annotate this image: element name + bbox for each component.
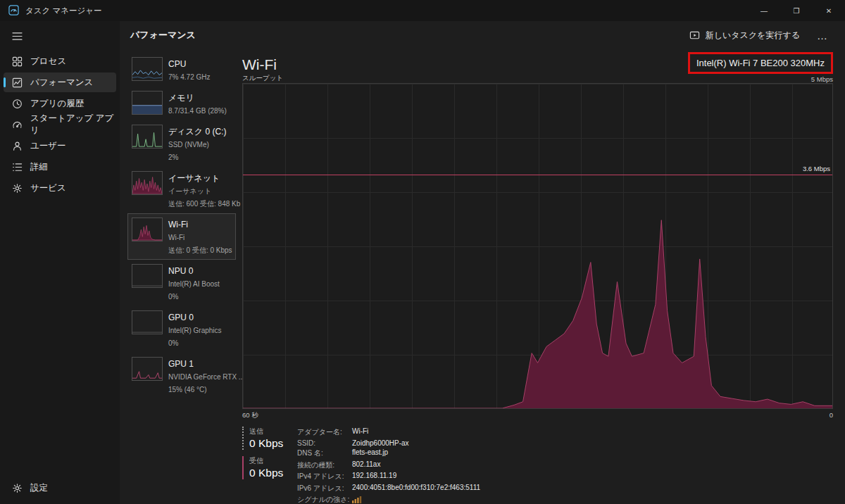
task-manager-window: タスク マネージャー — ❐ ✕ プロセス パフォーマンス: [0, 0, 845, 504]
throughput-marker-line: [243, 175, 832, 175]
titlebar: タスク マネージャー — ❐ ✕: [0, 0, 845, 21]
perf-item-sub: Intel(R) AI Boost: [168, 280, 220, 288]
detail-label: 接続の種類:: [297, 460, 342, 470]
signal-strength-label: シグナルの強さ:: [297, 495, 342, 504]
performance-list: CPU7% 4.72 GHz メモリ8.7/31.4 GB (28%) ディスク…: [120, 49, 235, 504]
perf-item-wifi[interactable]: Wi-FiWi-Fi送信: 0 受信: 0 Kbps: [128, 214, 235, 259]
detail-value: 2400:4051:8be0:fd00:f310:7e2:f463:5111: [352, 484, 480, 493]
receive-label: 受信: [249, 456, 294, 466]
perf-item-name: GPU 0: [168, 313, 194, 322]
sidebar-item-label: スタートアップ アプリ: [30, 113, 116, 137]
perf-item-name: Wi-Fi: [168, 220, 188, 229]
perf-item-detail: 送信: 600 受信: 848 Kb: [168, 200, 240, 208]
detail-value: 802.11ax: [352, 460, 480, 470]
perf-item-disk0[interactable]: ディスク 0 (C:)SSD (NVMe)2%: [128, 121, 235, 166]
sidebar-item-details[interactable]: 詳細: [4, 157, 116, 177]
throughput-area-chart: [243, 84, 832, 408]
perf-item-sub: SSD (NVMe): [168, 141, 209, 149]
perf-item-detail: 8.7/31.4 GB (28%): [168, 107, 227, 115]
detail-label: IPv6 アドレス:: [297, 484, 342, 493]
perf-item-memory[interactable]: メモリ8.7/31.4 GB (28%): [128, 87, 235, 120]
time-axis-left-label: 60 秒: [242, 411, 258, 420]
startup-icon: [11, 120, 23, 130]
perf-item-name: NPU 0: [168, 266, 193, 276]
throughput-label: スループット: [242, 74, 283, 83]
sidebar-item-services[interactable]: サービス: [4, 178, 116, 198]
sidebar-item-label: 設定: [30, 482, 48, 494]
panel-title: Wi-Fi: [242, 52, 277, 73]
signal-strength-icon: [352, 496, 362, 503]
app-title: タスク マネージャー: [25, 6, 102, 16]
perf-item-gpu0[interactable]: GPU 0Intel(R) Graphics0%: [128, 307, 235, 352]
perf-item-sub: Intel(R) Graphics: [168, 327, 222, 334]
cpu-mini-chart: [132, 57, 163, 81]
sidebar-item-label: 詳細: [30, 161, 48, 173]
services-icon: [11, 183, 23, 194]
minimize-button[interactable]: —: [748, 0, 780, 21]
time-axis-right-label: 0: [830, 411, 833, 420]
send-value: 0 Kbps: [249, 437, 294, 450]
send-legend: 送信 0 Kbps: [242, 427, 294, 450]
close-button[interactable]: ✕: [813, 0, 845, 21]
app-body: プロセス パフォーマンス アプリの履歴 スタートアップ アプリ: [0, 21, 845, 504]
run-new-task-button[interactable]: 新しいタスクを実行する: [682, 25, 807, 46]
wifi-panel: Wi-Fi Intel(R) Wi-Fi 7 BE200 320MHz スループ…: [235, 49, 845, 504]
perf-item-sub: Wi-Fi: [168, 234, 184, 241]
adapter-name-callout: Intel(R) Wi-Fi 7 BE200 320MHz: [688, 52, 833, 74]
gpu1-mini-chart: [132, 357, 163, 381]
processes-icon: [11, 56, 23, 67]
detail-value: Wi-Fi: [352, 427, 480, 437]
task-manager-app-icon: [8, 5, 19, 17]
detail-label: IPv4 アドレス:: [297, 472, 342, 481]
receive-legend: 受信 0 Kbps: [242, 456, 294, 479]
content-header: パフォーマンス 新しいタスクを実行する …: [120, 21, 845, 49]
detail-value: flets-east.jp: [352, 448, 480, 458]
sidebar-item-label: サービス: [30, 182, 66, 194]
perf-item-detail: 7% 4.72 GHz: [168, 73, 210, 81]
receive-value: 0 Kbps: [249, 467, 294, 479]
run-new-task-icon: [689, 30, 700, 41]
perf-item-name: メモリ: [168, 93, 194, 103]
adapter-details: アダプター名:Wi-Fi SSID:Zoidhp6000HP-ax DNS 名:…: [297, 427, 480, 504]
page-title: パフォーマンス: [130, 29, 196, 42]
sidebar-item-performance[interactable]: パフォーマンス: [4, 73, 116, 92]
perf-item-name: ディスク 0 (C:): [168, 127, 226, 137]
perf-item-detail: 15% (46 °C): [168, 386, 207, 393]
sidebar-item-label: ユーザー: [30, 140, 66, 152]
throughput-marker-label: 3.6 Mbps: [803, 165, 830, 172]
perf-item-npu0[interactable]: NPU 0Intel(R) AI Boost0%: [128, 260, 235, 305]
detail-value: 192.168.11.19: [352, 472, 480, 481]
throughput-chart: 3.6 Mbps: [242, 83, 833, 409]
gear-icon: [11, 483, 23, 493]
detail-label: DNS 名:: [297, 448, 342, 458]
app-identity: タスク マネージャー: [0, 5, 102, 17]
detail-label: アダプター名:: [297, 427, 342, 437]
perf-item-detail: 送信: 0 受信: 0 Kbps: [168, 246, 232, 254]
perf-item-cpu[interactable]: CPU7% 4.72 GHz: [128, 53, 235, 86]
sidebar-item-label: パフォーマンス: [30, 77, 93, 89]
perf-item-name: GPU 1: [168, 359, 194, 369]
memory-mini-chart: [132, 91, 163, 115]
send-label: 送信: [249, 427, 294, 436]
perf-item-name: CPU: [168, 59, 186, 69]
hamburger-menu-button[interactable]: [0, 25, 120, 51]
run-new-task-label: 新しいタスクを実行する: [706, 30, 800, 42]
perf-item-ethernet[interactable]: イーサネットイーサネット送信: 600 受信: 848 Kb: [128, 168, 235, 213]
sidebar-item-settings[interactable]: 設定: [4, 478, 116, 498]
perf-item-sub: イーサネット: [168, 187, 211, 195]
perf-item-sub: NVIDIA GeForce RTX ...: [168, 373, 244, 381]
gpu0-mini-chart: [132, 310, 163, 334]
perf-item-detail: 2%: [168, 153, 178, 161]
ethernet-mini-chart: [132, 171, 163, 195]
more-options-button[interactable]: …: [810, 28, 835, 43]
disk-mini-chart: [132, 125, 163, 149]
window-controls: — ❐ ✕: [748, 0, 845, 21]
performance-icon: [11, 77, 23, 88]
sidebar-item-startup-apps[interactable]: スタートアップ アプリ: [4, 115, 116, 134]
sidebar-item-processes[interactable]: プロセス: [4, 51, 116, 71]
perf-item-name: イーサネット: [168, 173, 220, 183]
sidebar-item-users[interactable]: ユーザー: [4, 136, 116, 156]
sidebar-item-app-history[interactable]: アプリの履歴: [4, 94, 116, 113]
maximize-button[interactable]: ❐: [780, 0, 813, 21]
perf-item-gpu1[interactable]: GPU 1NVIDIA GeForce RTX ...15% (46 °C): [128, 353, 235, 398]
